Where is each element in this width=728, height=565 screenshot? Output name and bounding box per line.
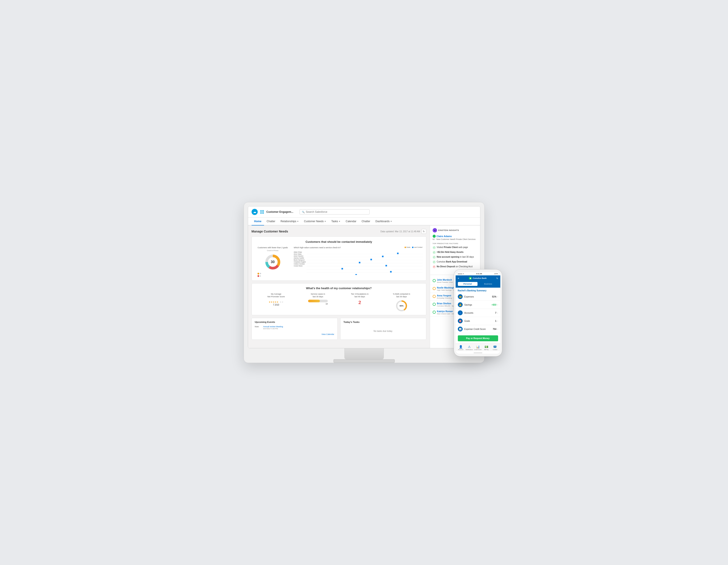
savings-value: +$50	[492, 304, 497, 306]
search-bar[interactable]: 🔍	[300, 209, 370, 215]
banking-item-savings[interactable]: 💰 Savings +$50 ›	[456, 301, 500, 309]
monitor-base	[333, 359, 395, 363]
phone-battery: 100%	[494, 273, 498, 275]
goals-arrow: ›	[497, 320, 498, 322]
tab-personal[interactable]: Personal	[458, 282, 478, 286]
expenses-value: 51%	[492, 296, 496, 298]
svg-rect-11	[397, 253, 398, 254]
phone-home-indicator	[474, 352, 482, 353]
einstein-icon: ✦	[433, 228, 437, 232]
legend-dot-0	[257, 273, 259, 275]
event-time: Now	[255, 326, 261, 330]
tab-business[interactable]: Business	[478, 282, 498, 286]
search-icon: 🔍	[302, 211, 305, 213]
contact-indicator-0	[433, 279, 436, 282]
metric-escalations: Tier 3 Escalations inlast 90 days 2	[339, 293, 381, 305]
phone: ●●●●● ▼ 9:41 AM 100% ≡ ◉ Cumulus Bank ↻	[454, 269, 502, 356]
accounts-arrow: ›	[497, 312, 498, 314]
nav-item-calendar[interactable]: Calendar	[343, 218, 359, 225]
monitor: ☁ Customer Engagem... 🔍 Home Chatter	[244, 202, 485, 363]
scatter-with-names: Aidan Shaw Anne Salas Asher Newton Aubre…	[294, 251, 423, 276]
donut-label: Customers with fewer than 2 goals	[255, 246, 290, 249]
gauge-container: 66%	[395, 300, 408, 312]
phone-time: 9:41 AM	[476, 273, 482, 275]
factor-0: ✓ Visited Private Client web page	[433, 246, 478, 249]
banking-item-expenses[interactable]: 💳 Expenses 51% ›	[456, 293, 500, 301]
svg-rect-13	[370, 259, 372, 260]
grid-icon[interactable]	[260, 210, 264, 214]
event-name[interactable]: Annual review Meeting	[263, 326, 283, 328]
escalation-value: 2	[339, 300, 381, 305]
contact-indicator-4	[433, 311, 436, 314]
svg-rect-15	[385, 265, 387, 266]
legend-item-1: 1	[257, 275, 290, 277]
factor-icon-1: ✓	[433, 251, 436, 254]
event-date: 3/27/2017 4:30 PM	[263, 328, 283, 330]
phone-refresh-icon[interactable]: ↻	[496, 277, 498, 280]
nav-item-chatter1[interactable]: Chatter	[264, 218, 278, 225]
bottom-nav-accounts[interactable]: 👤 Accounts	[457, 345, 465, 350]
einstein-title: EINSTEIN INSIGHTS	[438, 229, 459, 231]
bottom-nav-billpay[interactable]: 💵 Bill Pay	[482, 345, 491, 350]
phone-wrapper: ●●●●● ▼ 9:41 AM 100% ≡ ◉ Cumulus Bank ↻	[454, 269, 502, 356]
customers-card-title: Customers that should be contacted immed…	[255, 240, 423, 243]
metric-bob: % BoB contacted inlast 30 days 66%	[381, 293, 423, 312]
bottom-nav-credit-label: Credit Score	[474, 349, 481, 350]
refresh-button[interactable]: ↻	[421, 229, 426, 234]
nav-item-home[interactable]: Home	[252, 218, 264, 225]
monitor-screen: ☁ Customer Engagem... 🔍 Home Chatter	[248, 206, 480, 348]
factor-text-2: New account opening in last 30 days	[437, 255, 474, 258]
factor-icon-0: ✓	[433, 246, 436, 249]
contact-indicator-1	[433, 287, 436, 290]
banking-item-accounts[interactable]: 👤 Accounts 7 ›	[456, 309, 500, 317]
sf-topbar: ☁ Customer Engagem... 🔍	[248, 206, 480, 218]
app-name[interactable]: Customer Engagem...	[266, 208, 293, 216]
factor-icon-3: ✓	[433, 260, 436, 264]
goals-icon: 🎯	[458, 319, 463, 323]
no-tasks-message: No tasks due today.	[344, 326, 423, 332]
nav-item-tasks[interactable]: Tasks ▼	[329, 218, 343, 225]
stars-filled: ★★★★★	[269, 301, 279, 303]
donut-sublabel: Count of Rows	[255, 250, 290, 252]
hamburger-menu[interactable]: ≡	[458, 277, 459, 280]
contact-indicator-3	[433, 303, 436, 306]
bottom-nav-credit[interactable]: 📊 Credit Score	[474, 345, 482, 350]
expenses-label: Expenses	[463, 296, 492, 298]
data-updated: Data updated: Mar 13, 2017 at 11:48 AM ↻	[381, 229, 426, 234]
scatter-section: Which high-value customers need a servic…	[294, 246, 423, 277]
factor-1: ✓ >$2.0m Held Away Assets	[433, 251, 478, 254]
factor-4: ✗ No Direct Deposit on Checking Acct	[433, 265, 478, 268]
einstein-panel: ✦ EINSTEIN INSIGHTS Claire Adams 92 · Ne…	[430, 225, 480, 273]
bottom-nav-contact[interactable]: ☎ Contact	[491, 345, 499, 350]
metric-service-label: Service cases inlast 30 days	[297, 293, 339, 298]
scatter-names: Aidan Shaw Anne Salas Asher Newton Aubre…	[294, 251, 306, 276]
cumulus-logo-icon: ◉	[469, 277, 472, 280]
scatter-svg	[307, 251, 423, 275]
donut-chart: 30	[264, 253, 282, 271]
bottom-nav-contact-label: Contact	[493, 349, 497, 350]
scatter-header: Which high-value customers need a servic…	[294, 246, 423, 250]
banking-item-credit-score[interactable]: 📊 Experian Credit Score 754 ›	[456, 325, 500, 333]
page-header: Manage Customer Needs Data updated: Mar …	[252, 229, 426, 234]
banking-item-goals[interactable]: 🎯 Goals 1 ›	[456, 317, 500, 325]
view-calendar-link[interactable]: View Calendar	[255, 333, 334, 335]
metric-nps-label: My AverageNet Promoter Score	[255, 293, 297, 298]
nav-item-customer-needs[interactable]: Customer Needs ▼	[301, 218, 329, 225]
factor-2: ✓ New account opening in last 30 days	[433, 255, 478, 259]
bottom-nav-notifications-icon: ⚠	[468, 345, 471, 349]
metric-escalations-label: Tier 3 Escalations inlast 90 days	[339, 293, 381, 298]
scatter-legend: Goals Last Contact	[405, 246, 423, 248]
nav-item-chatter2[interactable]: Chatter	[359, 218, 373, 225]
pay-request-button[interactable]: Pay or Request Money	[458, 335, 498, 341]
nav-item-relationships[interactable]: Relationships ▼	[278, 218, 301, 225]
scatter-area	[307, 251, 423, 276]
phone-status-bar: ●●●●● ▼ 9:41 AM 100%	[456, 272, 500, 275]
gauge-text: 66%	[400, 305, 404, 307]
health-title: What's the health of my customer relatio…	[255, 287, 423, 290]
claire-sub: 92 · New Customer Need! Private Client S…	[433, 238, 478, 240]
claire-name[interactable]: Claire Adams	[433, 235, 478, 238]
bottom-nav-notifications[interactable]: ⚠ Notifications	[465, 345, 474, 350]
search-input[interactable]	[306, 210, 367, 213]
nav-item-dashboards[interactable]: Dashboards ▼	[373, 218, 395, 225]
phone-screen: ●●●●● ▼ 9:41 AM 100% ≡ ◉ Cumulus Bank ↻	[456, 272, 500, 354]
